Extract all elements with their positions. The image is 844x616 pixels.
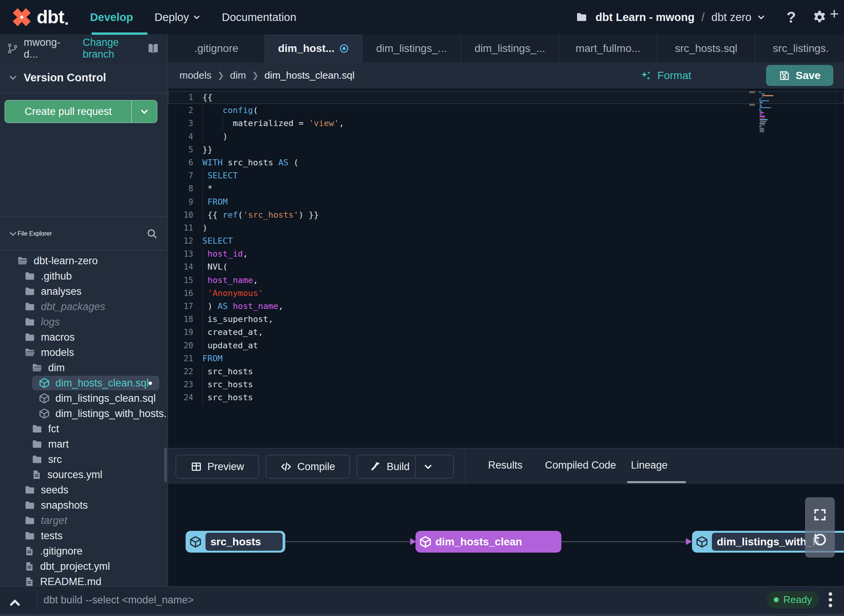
refresh-icon[interactable] — [812, 532, 828, 548]
dbt-logo[interactable]: dbt — [11, 6, 68, 28]
pull-request-dropdown[interactable] — [131, 100, 157, 123]
file-tree-item-dim[interactable]: dim — [0, 360, 168, 375]
chevron-down-icon[interactable] — [8, 73, 18, 82]
code-editor[interactable]: 1{{2 config(3 materialized = 'view',4 )5… — [168, 89, 844, 448]
file-tree-item-README.md[interactable]: README.md — [0, 574, 168, 586]
sidebar-scrollbar[interactable] — [164, 448, 167, 482]
code-line-2[interactable]: 2 config( — [168, 104, 844, 117]
line-number: 12 — [168, 234, 193, 247]
chevron-up-icon[interactable] — [8, 597, 21, 610]
line-number: 10 — [168, 209, 193, 222]
file-tree-item-snapshots[interactable]: snapshots — [0, 498, 168, 513]
tab-lineage[interactable]: Lineage — [619, 448, 680, 482]
file-explorer-header[interactable]: File Explorer — [0, 217, 168, 251]
code-line-15[interactable]: 15 host_name, — [168, 274, 844, 287]
change-branch-link[interactable]: Change branch — [82, 37, 146, 60]
branch-name[interactable]: mwong-d... — [24, 37, 70, 60]
editor-tab-src_hosts.sql[interactable]: src_hosts.sql — [657, 34, 755, 62]
tab-results[interactable]: Results — [477, 448, 533, 482]
file-tree-item-sources.yml[interactable]: sources.yml — [0, 467, 168, 482]
nav-item-deploy[interactable]: Deploy — [154, 11, 200, 24]
file-tree-item-macros[interactable]: macros — [0, 330, 168, 345]
version-control-header[interactable]: Version Control — [0, 62, 168, 93]
file-tree-item-models[interactable]: models — [0, 345, 168, 360]
file-tree-item-src[interactable]: src — [0, 452, 168, 467]
format-button[interactable]: Format — [640, 70, 691, 82]
nav-item-documentation[interactable]: Documentation — [222, 11, 296, 24]
code-line-10[interactable]: 10 {{ ref('src_hosts') }} — [168, 209, 844, 222]
code-line-17[interactable]: 17 ) AS host_name, — [168, 300, 844, 313]
code-line-1[interactable]: 1{{ — [168, 91, 844, 104]
editor-tab-src_listings.[interactable]: src_listings. — [755, 34, 844, 62]
build-dropdown[interactable] — [415, 455, 441, 478]
docs-book-icon[interactable] — [146, 42, 160, 55]
code-line-22[interactable]: 22 src_hosts — [168, 365, 844, 378]
file-tree-item-dbt_project.yml[interactable]: dbt_project.yml — [0, 559, 168, 574]
chevron-down-icon[interactable] — [757, 13, 765, 21]
modified-indicator-icon[interactable] — [339, 44, 349, 53]
lineage-node-src_hosts[interactable]: src_hosts — [186, 531, 285, 553]
help-icon[interactable]: ? — [787, 9, 796, 26]
file-tree-item-seeds[interactable]: seeds — [0, 482, 168, 498]
gear-icon[interactable] — [812, 10, 827, 25]
editor-tab-dim_listings_...[interactable]: dim_listings_... — [362, 34, 461, 62]
file-tree-item-.github[interactable]: .github — [0, 268, 168, 284]
chevron-down-icon[interactable] — [8, 229, 18, 238]
file-tree-item-tests[interactable]: tests — [0, 528, 168, 543]
preview-button[interactable]: Preview — [176, 455, 259, 479]
code-line-4[interactable]: 4 ) — [168, 130, 844, 143]
file-tree-item-fct[interactable]: fct — [0, 421, 168, 437]
file-tree-item-analyses[interactable]: analyses — [0, 284, 168, 299]
code-line-12[interactable]: 12SELECT — [168, 234, 844, 247]
code-line-19[interactable]: 19 created_at, — [168, 326, 844, 339]
kebab-menu-icon[interactable] — [829, 592, 832, 607]
code-line-21[interactable]: 21FROM — [168, 352, 844, 365]
code-line-5[interactable]: 5}} — [168, 143, 844, 156]
file-tree-item-logs[interactable]: logs — [0, 314, 168, 330]
editor-tab-mart_fullmo...[interactable]: mart_fullmo... — [559, 34, 657, 62]
code-line-23[interactable]: 23 src_hosts — [168, 378, 844, 391]
file-tree-item-dbt-learn-zero[interactable]: dbt-learn-zero — [0, 253, 168, 268]
editor-tab-dim_host...[interactable]: dim_host... — [265, 34, 362, 62]
code-line-3[interactable]: 3 materialized = 'view', — [168, 117, 844, 130]
file-tree-item-.gitignore[interactable]: .gitignore — [0, 543, 168, 559]
project-name[interactable]: dbt Learn - mwong — [595, 11, 694, 24]
command-input[interactable]: dbt build --select <model_name> — [44, 587, 194, 613]
new-tab-button[interactable]: + — [830, 0, 839, 28]
code-line-7[interactable]: 7 SELECT — [168, 169, 844, 182]
code-line-9[interactable]: 9 FROM — [168, 196, 844, 209]
code-line-14[interactable]: 14 NVL( — [168, 260, 844, 273]
editor-tab-.gitignore[interactable]: .gitignore — [168, 34, 265, 62]
file-tree-item-target[interactable]: target — [0, 513, 168, 528]
fullscreen-icon[interactable] — [813, 508, 827, 522]
search-icon[interactable] — [146, 228, 158, 239]
compile-button[interactable]: Compile — [266, 455, 350, 479]
file-tree-item-mart[interactable]: mart — [0, 437, 168, 452]
code-line-18[interactable]: 18 is_superhost, — [168, 313, 844, 326]
file-tree-item-dim_listings_with_hosts...[interactable]: dim_listings_with_hosts... — [0, 406, 168, 421]
line-number: 22 — [168, 365, 193, 378]
lineage-panel[interactable]: src_hostsdim_hosts_cleandim_listings_wit… — [168, 484, 844, 586]
save-button[interactable]: Save — [766, 65, 833, 86]
minimap[interactable] — [759, 92, 781, 133]
environment-name[interactable]: dbt zero — [711, 11, 752, 24]
create-pull-request-button[interactable]: Create pull request — [5, 100, 157, 123]
code-line-8[interactable]: 8 * — [168, 182, 844, 195]
build-button[interactable]: Build — [357, 455, 454, 479]
breadcrumb-item[interactable]: dim_hosts_clean.sql — [265, 70, 355, 81]
file-tree-item-dim_hosts_clean.sql[interactable]: dim_hosts_clean.sql — [0, 375, 168, 391]
code-line-13[interactable]: 13 host_id, — [168, 247, 844, 260]
file-tree-item-dbt_packages[interactable]: dbt_packages — [0, 299, 168, 314]
lineage-node-dim_hosts_clean[interactable]: dim_hosts_clean — [416, 531, 561, 553]
code-line-24[interactable]: 24 src_hosts — [168, 391, 844, 404]
code-line-16[interactable]: 16 'Anonymous' — [168, 287, 844, 300]
breadcrumb-item[interactable]: dim — [230, 70, 246, 81]
file-tree-item-dim_listings_clean.sql[interactable]: dim_listings_clean.sql — [0, 391, 168, 406]
nav-item-develop[interactable]: Develop — [90, 11, 133, 24]
tab-compiled-code[interactable]: Compiled Code — [535, 448, 626, 482]
breadcrumb-item[interactable]: models — [179, 70, 212, 81]
code-line-6[interactable]: 6WITH src_hosts AS ( — [168, 156, 844, 169]
editor-tab-dim_listings_...[interactable]: dim_listings_... — [461, 34, 559, 62]
code-line-20[interactable]: 20 updated_at — [168, 339, 844, 352]
code-line-11[interactable]: 11) — [168, 222, 844, 234]
